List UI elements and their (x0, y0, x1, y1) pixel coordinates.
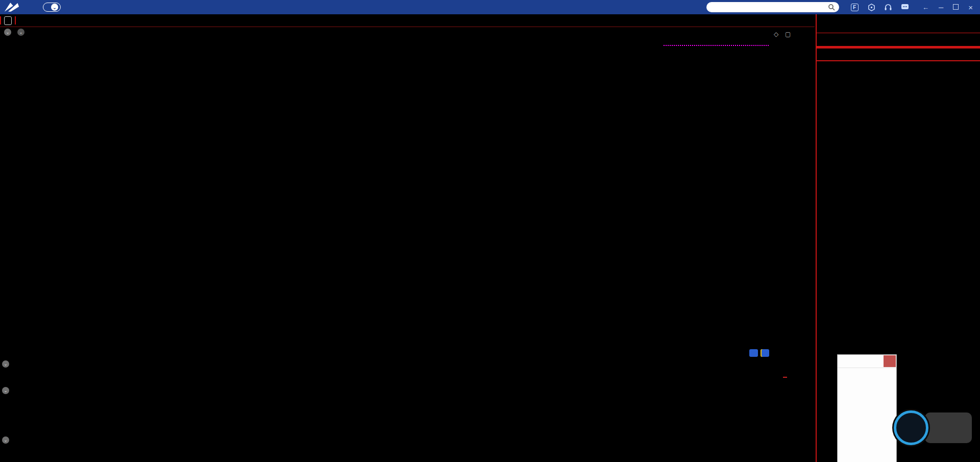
drawing-tools-palette[interactable] (837, 354, 897, 462)
minimize-button[interactable]: ─ (939, 4, 943, 11)
settings-icon[interactable] (867, 3, 875, 11)
macd-indicator-header: ⌄ (2, 387, 16, 394)
guosen-swoosh-icon (4, 2, 19, 13)
period-toolbar (0, 14, 815, 27)
search-icon (828, 4, 835, 11)
brand-logo (0, 2, 28, 13)
chart-title-row: ⌄ ⌄ (4, 29, 24, 36)
cpu-gauge[interactable] (894, 410, 928, 445)
stock-header (817, 14, 980, 33)
collapse-chevron-icon[interactable]: ⌄ (4, 29, 11, 36)
panel-layout-icon[interactable] (4, 16, 12, 25)
palette-titlebar[interactable] (838, 355, 896, 368)
collapse-chevron-icon[interactable]: ⌄ (2, 360, 9, 368)
close-icon[interactable] (884, 355, 896, 367)
magenta-marker-line (664, 45, 769, 46)
trading-app-window: ⌄ F ← ─ × (0, 0, 980, 462)
vol-indicator-header: ⌄ (2, 360, 16, 368)
weibi-row (817, 33, 980, 46)
search-input[interactable] (706, 2, 839, 12)
top-menu-bar: ⌄ F ← ─ × (0, 0, 980, 14)
date-axis (0, 455, 815, 462)
cci-indicator-header: ⌄ (2, 436, 16, 444)
candlestick-chart-canvas[interactable] (0, 27, 816, 462)
back-button[interactable]: ← (922, 4, 929, 11)
chevron-down-icon[interactable]: ⌄ (17, 29, 24, 36)
version-selector[interactable]: ⌄ (43, 3, 61, 12)
maximize-button[interactable] (953, 4, 959, 11)
customer-service-icon[interactable] (884, 3, 892, 11)
close-button[interactable]: × (968, 3, 973, 12)
vol-axis-unit (783, 377, 787, 378)
feedback-icon[interactable]: F (850, 3, 859, 11)
finance-badge[interactable] (749, 349, 758, 357)
trading-status-row (817, 48, 980, 61)
collapse-chevron-icon[interactable]: ⌄ (2, 436, 9, 444)
messages-icon[interactable] (901, 3, 909, 11)
money-flow-rows (817, 61, 980, 61)
chevron-down-icon: ⌄ (51, 4, 58, 11)
window-split-icon[interactable]: ▢ (785, 31, 791, 38)
ranking-badge[interactable] (761, 349, 769, 357)
diamond-marker-icon[interactable]: ◇ (774, 31, 778, 38)
collapse-chevron-icon[interactable]: ⌄ (2, 387, 9, 394)
cpu-usage-tooltip (925, 412, 972, 443)
